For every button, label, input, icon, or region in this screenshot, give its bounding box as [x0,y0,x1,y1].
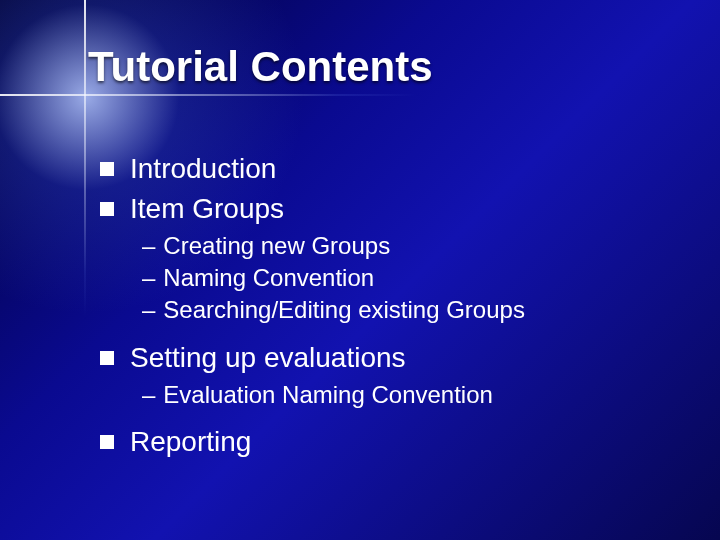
dash-icon: – [142,379,155,411]
list-item-label: Reporting [130,423,251,461]
sub-list-item: – Naming Convention [142,262,680,294]
sub-list-item-label: Creating new Groups [163,230,390,262]
spacer [100,411,680,423]
dash-icon: – [142,294,155,326]
slide: Tutorial Contents Introduction Item Grou… [0,0,720,540]
flare-vertical [84,0,86,320]
spacer [100,327,680,339]
sub-list-item-label: Searching/Editing existing Groups [163,294,525,326]
square-bullet-icon [100,351,114,365]
sub-list-item-label: Evaluation Naming Convention [163,379,493,411]
square-bullet-icon [100,202,114,216]
list-item: Reporting [100,423,680,461]
dash-icon: – [142,230,155,262]
list-item-label: Setting up evaluations [130,339,406,377]
dash-icon: – [142,262,155,294]
list-item: Setting up evaluations [100,339,680,377]
sub-list-item: – Creating new Groups [142,230,680,262]
sub-list-item: – Evaluation Naming Convention [142,379,680,411]
content-body: Introduction Item Groups – Creating new … [100,150,680,463]
list-item-label: Introduction [130,150,276,188]
flare-horizontal [0,94,420,96]
slide-title: Tutorial Contents [88,44,433,90]
sub-list-item: – Searching/Editing existing Groups [142,294,680,326]
list-item: Introduction [100,150,680,188]
list-item: Item Groups [100,190,680,228]
sub-list-item-label: Naming Convention [163,262,374,294]
square-bullet-icon [100,435,114,449]
list-item-label: Item Groups [130,190,284,228]
square-bullet-icon [100,162,114,176]
